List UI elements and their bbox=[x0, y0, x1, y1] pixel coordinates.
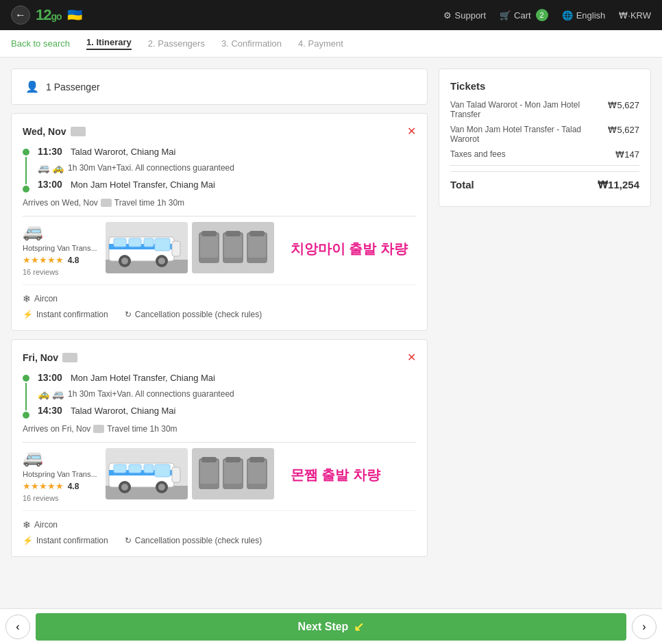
svg-rect-1 bbox=[106, 260, 188, 273]
vehicle-name-2: Hotspring Van Trans... bbox=[23, 470, 97, 478]
stars-1: ★★★★★ bbox=[23, 255, 64, 265]
bottom-bar: ‹ Next Step ↙ › bbox=[0, 608, 662, 609]
step-2-passengers[interactable]: 2. Passengers bbox=[148, 38, 205, 49]
cart-badge: 2 bbox=[536, 9, 548, 21]
svg-rect-4 bbox=[155, 238, 170, 251]
svg-rect-28 bbox=[172, 467, 180, 482]
passenger-bar: 👤 1 Passenger bbox=[11, 69, 428, 105]
route-line-2 bbox=[23, 372, 29, 419]
svg-rect-43 bbox=[201, 457, 217, 462]
remove-trip-1-button[interactable]: ✕ bbox=[407, 125, 416, 138]
van-interior-img-1 bbox=[192, 222, 274, 273]
lightning-icon: ⚡ bbox=[23, 310, 33, 319]
arrival-info-1: Arrives on Wed, Nov Travel time 1h 30m bbox=[23, 198, 416, 208]
arrive-date-blur bbox=[101, 199, 112, 207]
total-row: Total₩11,254 bbox=[450, 171, 639, 191]
sidebar: TicketsVan Talad Warorot - Mon Jam Hotel… bbox=[439, 69, 651, 207]
support-link[interactable]: ⚙ Support bbox=[443, 10, 487, 21]
confirms-row-2: ⚡ Instant confirmation ↻ Cancellation po… bbox=[23, 536, 416, 545]
svg-rect-17 bbox=[224, 234, 242, 258]
arrive-location-2: Talad Warorot, Chiang Mai bbox=[71, 406, 175, 416]
aircon-feature-2: ❄ Aircon bbox=[23, 519, 58, 530]
cart-icon: 🛒 bbox=[500, 10, 511, 21]
svg-rect-11 bbox=[129, 238, 141, 247]
aircon-feature-1: ❄ Aircon bbox=[23, 293, 58, 304]
support-icon: ⚙ bbox=[443, 10, 452, 21]
travel-duration-1: 1h 30m Van+Taxi. All connections guarant… bbox=[68, 163, 234, 173]
route-line-mid-2 bbox=[25, 383, 27, 410]
date-blur-box bbox=[71, 127, 86, 136]
language-selector[interactable]: 🌐 English bbox=[562, 10, 606, 21]
back-button[interactable]: ← bbox=[11, 5, 30, 25]
svg-rect-5 bbox=[172, 241, 180, 256]
globe-icon: 🌐 bbox=[562, 10, 573, 21]
depart-time-2: 13:00 bbox=[38, 372, 65, 383]
vehicle-images-1 bbox=[106, 222, 274, 273]
transport-icons-2: 🚕 🚐 bbox=[38, 388, 64, 399]
arrive-time-1: 13:00 bbox=[38, 179, 65, 190]
arrive-row-2: 14:30 Talad Warorot, Chiang Mai bbox=[38, 405, 416, 416]
korean-label-2: 몬쨈 출발 차량 bbox=[291, 466, 380, 484]
svg-rect-22 bbox=[249, 231, 265, 236]
rating-2: 4.8 bbox=[68, 482, 79, 491]
svg-rect-34 bbox=[129, 465, 141, 473]
vehicle-section-2: 🚐 Hotspring Van Trans... ★★★★★ 4.8 16 re… bbox=[23, 448, 416, 502]
korean-label-1: 치앙마이 출발 차량 bbox=[291, 240, 408, 258]
header: ← 12go 🇺🇦 ⚙ Support 🛒 Cart 2 🌐 English ₩… bbox=[0, 0, 662, 30]
sidebar-item-1: Van Mon Jam Hotel Transfer - Talad Waror… bbox=[450, 125, 639, 144]
vehicle-icon-1: 🚐 bbox=[23, 222, 43, 241]
cancellation-1: ↻ Cancellation possible (check rules) bbox=[125, 310, 262, 319]
van-icon-2: 🚐 bbox=[52, 388, 64, 399]
transport-icons-1: 🚐 🚕 bbox=[38, 162, 64, 173]
route-dot-top-2 bbox=[23, 375, 29, 382]
remove-trip-2-button[interactable]: ✕ bbox=[407, 351, 416, 364]
cancellation-2: ↻ Cancellation possible (check rules) bbox=[125, 536, 262, 545]
trip-card-2: Fri, Nov ✕ 13:00 Mon Jam Hotel Transfer,… bbox=[11, 339, 428, 557]
route-line-1 bbox=[23, 146, 29, 193]
depart-row-2: 13:00 Mon Jam Hotel Transfer, Chiang Mai bbox=[38, 372, 416, 383]
svg-rect-21 bbox=[225, 231, 241, 236]
refresh-icon-2: ↻ bbox=[125, 536, 132, 545]
back-arrow-icon: ← bbox=[15, 9, 26, 21]
svg-rect-35 bbox=[144, 465, 154, 473]
nav-bar: Back to search 1. Itinerary 2. Passenger… bbox=[0, 30, 662, 58]
step-1-itinerary[interactable]: 1. Itinerary bbox=[86, 37, 132, 50]
confirms-row-1: ⚡ Instant confirmation ↻ Cancellation po… bbox=[23, 310, 416, 319]
vehicle-images-2 bbox=[106, 448, 274, 499]
step-4-payment[interactable]: 4. Payment bbox=[298, 38, 343, 49]
arrive-date-blur-2 bbox=[93, 425, 104, 433]
svg-rect-15 bbox=[200, 234, 218, 258]
trip-2-header: Fri, Nov ✕ bbox=[23, 351, 416, 364]
svg-point-32 bbox=[158, 484, 165, 491]
arrive-time-2: 14:30 bbox=[38, 405, 65, 416]
reviews-1: 16 reviews bbox=[23, 268, 59, 276]
route-line-mid bbox=[25, 157, 27, 184]
cart-link[interactable]: 🛒 Cart 2 bbox=[500, 9, 548, 21]
svg-rect-27 bbox=[155, 465, 170, 477]
svg-rect-45 bbox=[249, 457, 265, 462]
depart-location-1: Talad Warorot, Chiang Mai bbox=[71, 147, 175, 157]
ukraine-flag: 🇺🇦 bbox=[67, 8, 82, 23]
sidebar-item-0: Van Talad Warorot - Mon Jam Hotel Transf… bbox=[450, 100, 639, 119]
back-to-search-link[interactable]: Back to search bbox=[11, 38, 70, 49]
svg-rect-10 bbox=[114, 238, 126, 247]
step-3-confirmation[interactable]: 3. Confirmation bbox=[221, 38, 282, 49]
lightning-icon-2: ⚡ bbox=[23, 536, 33, 545]
route-dot-bottom bbox=[23, 186, 29, 193]
stars-row-1: ★★★★★ 4.8 bbox=[23, 255, 79, 265]
route-dot-bottom-2 bbox=[23, 412, 29, 419]
depart-row-1: 11:30 Talad Warorot, Chiang Mai bbox=[38, 146, 416, 157]
left-column: 👤 1 Passenger Wed, Nov ✕ bbox=[11, 69, 428, 557]
route-middle-2: 🚕 🚐 1h 30m Taxi+Van. All connections gua… bbox=[38, 388, 416, 399]
svg-point-30 bbox=[121, 484, 128, 491]
trip-1-date: Wed, Nov bbox=[23, 126, 86, 137]
travel-duration-2: 1h 30m Taxi+Van. All connections guarant… bbox=[68, 389, 234, 399]
taxi-icon: 🚕 bbox=[52, 162, 64, 173]
header-right: ⚙ Support 🛒 Cart 2 🌐 English ₩·KRW bbox=[443, 9, 651, 21]
svg-rect-38 bbox=[200, 460, 218, 484]
vehicle-left-2: 🚐 Hotspring Van Trans... ★★★★★ 4.8 16 re… bbox=[23, 448, 97, 502]
svg-point-9 bbox=[158, 258, 165, 264]
currency-selector[interactable]: ₩·KRW bbox=[619, 10, 651, 21]
divider-1 bbox=[23, 216, 416, 216]
trip-1-header: Wed, Nov ✕ bbox=[23, 125, 416, 138]
